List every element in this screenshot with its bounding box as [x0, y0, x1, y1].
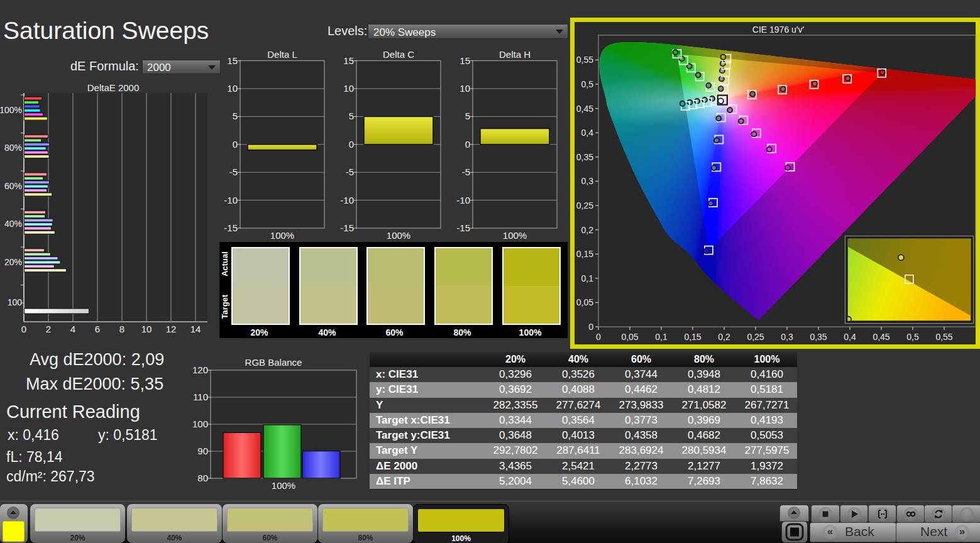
- svg-text:-15: -15: [456, 222, 470, 233]
- svg-text:0: 0: [233, 139, 238, 150]
- svg-text:120: 120: [192, 365, 208, 375]
- svg-text:0,55: 0,55: [935, 332, 952, 342]
- svg-text:6: 6: [95, 324, 100, 334]
- svg-text:0,25: 0,25: [576, 200, 593, 211]
- svg-text:Delta C: Delta C: [383, 50, 414, 60]
- svg-text:0,35: 0,35: [576, 152, 593, 162]
- svg-text:0,5: 0,5: [581, 79, 594, 89]
- svg-text:40%: 40%: [4, 219, 22, 229]
- svg-text:0,1: 0,1: [581, 273, 594, 283]
- svg-text:100: 100: [8, 297, 23, 307]
- svg-text:0,25: 0,25: [747, 332, 764, 342]
- svg-text:4: 4: [70, 324, 75, 334]
- svg-text:DeltaE 2000: DeltaE 2000: [87, 82, 140, 93]
- svg-text:14: 14: [190, 324, 201, 334]
- svg-text:0,4: 0,4: [581, 128, 594, 138]
- svg-text:0,3: 0,3: [581, 176, 594, 186]
- svg-text:90: 90: [197, 446, 208, 456]
- svg-text:0,5: 0,5: [906, 332, 919, 342]
- svg-text:15: 15: [227, 55, 238, 66]
- svg-text:0,55: 0,55: [576, 55, 593, 65]
- svg-text:0,4: 0,4: [844, 332, 856, 342]
- svg-text:2: 2: [46, 324, 51, 334]
- svg-text:0: 0: [596, 332, 601, 342]
- svg-text:100%: 100%: [503, 230, 527, 241]
- svg-text:5: 5: [233, 111, 238, 121]
- svg-text:-5: -5: [229, 167, 238, 177]
- svg-text:0: 0: [465, 139, 470, 150]
- svg-text:0,15: 0,15: [684, 332, 701, 342]
- svg-text:0,2: 0,2: [718, 332, 730, 342]
- svg-text:-15: -15: [340, 222, 354, 233]
- svg-text:110: 110: [193, 392, 208, 402]
- svg-text:100: 100: [192, 419, 208, 429]
- svg-text:0,05: 0,05: [576, 297, 593, 307]
- svg-text:CIE 1976 u'v': CIE 1976 u'v': [752, 25, 804, 35]
- svg-text:10: 10: [460, 83, 470, 94]
- svg-text:8: 8: [119, 324, 124, 334]
- svg-text:0,15: 0,15: [576, 249, 593, 259]
- svg-text:80%: 80%: [4, 143, 22, 153]
- svg-text:0,2: 0,2: [581, 225, 594, 235]
- svg-text:-5: -5: [346, 167, 354, 177]
- svg-text:0,35: 0,35: [810, 332, 827, 342]
- svg-text:0,45: 0,45: [576, 104, 593, 114]
- svg-text:Delta H: Delta H: [499, 50, 531, 60]
- svg-text:-10: -10: [224, 195, 238, 206]
- svg-text:100%: 100%: [270, 230, 294, 241]
- svg-text:60%: 60%: [4, 181, 22, 191]
- svg-text:5: 5: [465, 111, 470, 121]
- svg-text:-5: -5: [462, 167, 470, 177]
- svg-text:RGB Balance: RGB Balance: [245, 357, 302, 368]
- svg-text:Delta L: Delta L: [267, 50, 297, 60]
- svg-text:15: 15: [343, 55, 354, 66]
- svg-text:100%: 100%: [0, 105, 22, 115]
- svg-text:10: 10: [343, 83, 354, 94]
- svg-text:0: 0: [349, 139, 354, 150]
- svg-text:20%: 20%: [4, 257, 22, 267]
- svg-text:0,05: 0,05: [621, 332, 638, 342]
- svg-text:10: 10: [141, 324, 152, 334]
- svg-text:0: 0: [588, 322, 593, 332]
- svg-text:15: 15: [460, 55, 470, 66]
- svg-text:10: 10: [227, 83, 238, 94]
- svg-text:100%: 100%: [272, 480, 295, 490]
- svg-text:0: 0: [21, 324, 26, 334]
- svg-text:0,3: 0,3: [781, 332, 793, 342]
- svg-text:-10: -10: [456, 195, 470, 206]
- svg-text:0,1: 0,1: [655, 332, 668, 342]
- svg-text:12: 12: [166, 324, 177, 334]
- svg-text:100%: 100%: [387, 230, 410, 241]
- svg-text:-15: -15: [224, 222, 238, 233]
- svg-text:5: 5: [349, 111, 354, 121]
- svg-text:-10: -10: [340, 195, 354, 206]
- svg-text:80: 80: [197, 473, 208, 483]
- svg-text:0,45: 0,45: [873, 332, 889, 342]
